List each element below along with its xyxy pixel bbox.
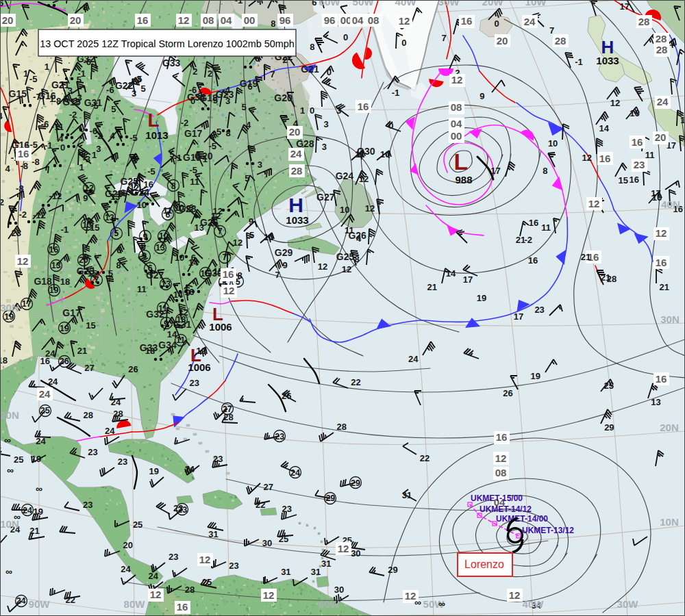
svg-text:-8: -8 [16, 183, 24, 194]
svg-text:16: 16 [528, 255, 538, 266]
svg-text:8: 8 [310, 42, 314, 52]
svg-text:5: 5 [111, 104, 116, 114]
svg-text:16: 16 [599, 153, 611, 164]
svg-text:G33: G33 [162, 57, 181, 68]
svg-text:15: 15 [87, 268, 97, 279]
svg-text:2: 2 [192, 66, 197, 77]
svg-text:29: 29 [388, 565, 397, 575]
svg-text:23: 23 [229, 561, 238, 571]
svg-text:12: 12 [365, 203, 375, 214]
svg-text:-5: -5 [129, 133, 138, 143]
svg-text:28: 28 [555, 35, 566, 47]
svg-text:24: 24 [148, 571, 158, 581]
svg-text:0: 0 [401, 38, 406, 48]
svg-text:28: 28 [84, 410, 93, 420]
svg-text:7: 7 [441, 33, 446, 43]
svg-text:12: 12 [342, 264, 351, 274]
svg-text:0: 0 [310, 105, 314, 116]
svg-text:∞: ∞ [4, 435, 11, 446]
svg-text:16: 16 [496, 431, 508, 443]
svg-text:23: 23 [282, 504, 292, 514]
svg-text:10: 10 [264, 232, 273, 242]
svg-text:28: 28 [638, 16, 650, 27]
svg-text:5: 5 [241, 102, 246, 112]
svg-text:G20: G20 [274, 92, 292, 103]
svg-text:0: 0 [327, 67, 332, 77]
svg-text:19: 19 [4, 312, 14, 322]
svg-text:7: 7 [275, 270, 279, 280]
svg-text:0: 0 [60, 142, 65, 153]
svg-text:-12: -12 [33, 210, 46, 220]
svg-text:12: 12 [211, 211, 221, 221]
svg-text:16: 16 [49, 245, 58, 255]
svg-text:26: 26 [128, 364, 138, 374]
svg-text:16: 16 [461, 15, 473, 27]
svg-text:24: 24 [23, 506, 32, 515]
svg-text:UKMET-15/00: UKMET-15/00 [471, 493, 523, 503]
svg-text:11: 11 [541, 222, 551, 233]
svg-text:-2: -2 [181, 118, 189, 128]
svg-text:19: 19 [477, 293, 486, 303]
svg-text:G17: G17 [62, 307, 81, 318]
svg-text:80W: 80W [124, 598, 146, 610]
svg-text:00: 00 [340, 14, 352, 26]
svg-text:12: 12 [509, 589, 521, 601]
svg-text:-5: -5 [29, 74, 38, 84]
svg-text:3: 3 [323, 119, 328, 129]
svg-text:24: 24 [105, 426, 115, 436]
svg-text:10: 10 [175, 253, 184, 263]
svg-text:16: 16 [137, 14, 149, 26]
svg-text:15: 15 [618, 175, 627, 185]
svg-text:29: 29 [325, 493, 335, 503]
svg-text:24: 24 [184, 464, 195, 474]
svg-text:23: 23 [634, 159, 645, 170]
svg-text:3: 3 [68, 86, 73, 96]
svg-text:24: 24 [48, 376, 58, 387]
svg-text:∞: ∞ [36, 483, 42, 494]
svg-text:10: 10 [548, 138, 558, 149]
svg-text:20: 20 [497, 35, 508, 47]
svg-text:24: 24 [290, 468, 300, 478]
svg-text:16: 16 [632, 136, 643, 148]
svg-text:6: 6 [312, 0, 316, 8]
svg-text:04: 04 [352, 14, 364, 26]
svg-text:23: 23 [88, 447, 97, 457]
svg-text:19: 19 [34, 506, 43, 517]
svg-text:-5: -5 [208, 141, 216, 151]
svg-text:0: 0 [343, 32, 348, 42]
svg-text:8: 8 [355, 254, 360, 264]
svg-text:23: 23 [190, 378, 199, 388]
svg-text:17: 17 [22, 299, 32, 309]
svg-text:10: 10 [340, 205, 349, 215]
svg-text:11: 11 [137, 284, 147, 294]
svg-text:60W: 60W [319, 0, 341, 8]
svg-text:08: 08 [451, 101, 462, 113]
svg-text:18: 18 [60, 277, 70, 287]
svg-text:22: 22 [420, 453, 429, 463]
svg-text:G34: G34 [158, 339, 177, 350]
svg-text:00: 00 [451, 130, 462, 142]
svg-text:1: 1 [300, 105, 305, 116]
svg-text:11: 11 [355, 149, 364, 159]
svg-text:19: 19 [60, 324, 69, 333]
svg-text:-6: -6 [106, 85, 114, 95]
svg-text:3: 3 [132, 88, 136, 99]
svg-text:UKMET-13/12: UKMET-13/12 [522, 526, 574, 535]
svg-text:20: 20 [655, 131, 667, 143]
svg-text:17: 17 [680, 115, 685, 125]
svg-text:7: 7 [270, 69, 275, 79]
svg-text:13: 13 [651, 397, 660, 407]
svg-text:6: 6 [165, 210, 170, 220]
svg-text:22: 22 [351, 377, 360, 387]
svg-text:G23: G23 [216, 89, 234, 100]
svg-text:22: 22 [66, 595, 75, 605]
svg-text:L: L [454, 149, 469, 175]
svg-text:8: 8 [226, 128, 231, 138]
svg-text:11: 11 [190, 177, 199, 187]
svg-text:28: 28 [337, 422, 347, 432]
svg-text:-1: -1 [575, 57, 583, 67]
svg-text:13: 13 [155, 243, 165, 253]
svg-text:1033: 1033 [596, 55, 619, 66]
svg-text:G18: G18 [34, 276, 52, 287]
svg-text:1013: 1013 [145, 129, 168, 141]
